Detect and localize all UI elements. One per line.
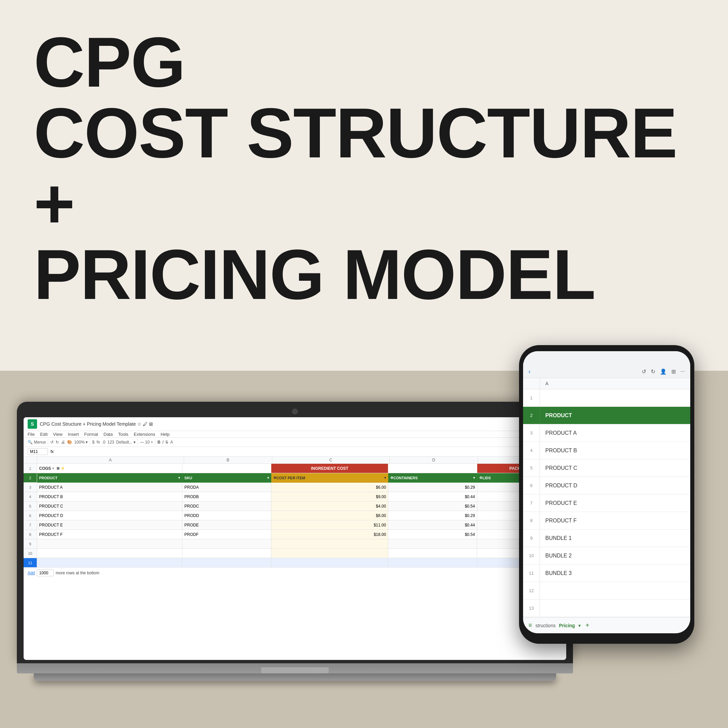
col-a-header: A: [37, 457, 184, 463]
menu-file[interactable]: File: [28, 432, 35, 437]
toolbar-search[interactable]: 🔍 Menus: [28, 440, 46, 445]
phone-cell-bundle-1[interactable]: BUNDLE 1: [540, 532, 690, 544]
phone-cell-product-f[interactable]: PRODUCT F: [540, 514, 690, 527]
menu-edit[interactable]: Edit: [40, 432, 47, 437]
phone-rownum-7: 7: [523, 494, 540, 512]
toolbar-paint[interactable]: 🎨: [67, 440, 72, 445]
menu-help[interactable]: Help: [161, 432, 170, 437]
menu-tools[interactable]: Tools: [118, 432, 128, 437]
product-b-name: PRODUCT B: [37, 492, 182, 502]
sku-header-label: SKU: [184, 476, 192, 480]
phone-tab-add[interactable]: +: [586, 621, 589, 629]
phone-cell-product-header[interactable]: PRODUCT: [540, 409, 690, 422]
toolbar-strikethrough[interactable]: S̶: [165, 440, 168, 445]
product-e-cost: $11.00: [271, 520, 388, 530]
phone-cell-13[interactable]: [540, 605, 690, 612]
product-c-sku: PRODC: [182, 502, 271, 511]
menu-format[interactable]: Format: [84, 432, 98, 437]
row11-c: [271, 558, 388, 567]
add-rows-link[interactable]: Add: [28, 570, 35, 575]
phone-cell-product-b[interactable]: PRODUCT B: [540, 444, 690, 457]
group-header-row: 1 COGS ▾ ⊞ ⚡ INGREDIENT COST: [24, 464, 566, 473]
product-sort[interactable]: ▾: [178, 476, 180, 480]
phone-rownum-5: 5: [523, 459, 540, 477]
rows-count-input[interactable]: [37, 570, 54, 577]
toolbar-bold[interactable]: B: [158, 440, 161, 445]
phone-device: ‹ ↺ ↻ 👤 ⊞ ··· A 1 2: [519, 345, 694, 644]
containers-sort[interactable]: ▾: [473, 476, 475, 480]
phone-tab-pricing[interactable]: Pricing: [559, 623, 575, 628]
toolbar-123[interactable]: 123: [107, 440, 114, 445]
product-f-name: PRODUCT F: [37, 530, 182, 539]
sku-sort[interactable]: ▾: [267, 476, 269, 480]
menu-view[interactable]: View: [53, 432, 62, 437]
hero-title: CPG COST STRUCTURE + PRICING MODEL: [34, 27, 728, 310]
toolbar-print[interactable]: 🖨: [61, 440, 65, 445]
row11-b: [182, 558, 271, 567]
row-9-num: 9: [24, 539, 37, 549]
row-7-num: 7: [24, 520, 37, 530]
phone-redo-icon[interactable]: ↻: [651, 369, 655, 375]
ingredient-cost-cell: INGREDIENT COST: [271, 464, 388, 473]
toolbar-comma[interactable]: .0: [102, 440, 106, 445]
phone-people-icon[interactable]: 👤: [660, 369, 667, 375]
row10-a: [37, 549, 182, 558]
phone-toolbar: ↺ ↻ 👤 ⊞ ···: [642, 369, 685, 375]
phone-more-icon[interactable]: ···: [681, 369, 685, 375]
list-item: 3 PRODUCT A: [523, 424, 690, 442]
menu-data[interactable]: Data: [104, 432, 113, 437]
phone-back-button[interactable]: ‹: [528, 368, 531, 375]
row-10-num: 10: [24, 549, 37, 558]
cost-per-item-header: ⚙ COST PER ITEM ▾: [271, 473, 388, 483]
phone-cell-product-a[interactable]: PRODUCT A: [540, 427, 690, 439]
phone-cell-bundle-2[interactable]: BUNDLE 2: [540, 549, 690, 562]
phone-cell-12[interactable]: [540, 587, 690, 594]
row10-b: [182, 549, 271, 558]
cogs-dropdown[interactable]: ▾: [52, 466, 54, 470]
spreadsheet-menubar: S CPG Cost Structure + Pricing Model Tem…: [24, 417, 566, 431]
spreadsheet-menu-row[interactable]: File Edit View Insert Format Data Tools …: [24, 431, 566, 438]
product-c-name: PRODUCT C: [37, 502, 182, 511]
product-d-containers: $0.29: [388, 511, 477, 520]
toolbar-fontsize[interactable]: — 10 +: [140, 440, 153, 445]
product-a-name: PRODUCT A: [37, 483, 182, 492]
phone-undo-icon[interactable]: ↺: [642, 369, 646, 375]
table-row: 4 PRODUCT B PRODB $9.00 $0.44 $0.62: [24, 492, 566, 502]
cost-sort[interactable]: ▾: [384, 476, 386, 480]
col-b-header: B: [184, 457, 272, 463]
toolbar-color[interactable]: A: [170, 440, 173, 445]
toolbar-redo[interactable]: ↻: [56, 440, 59, 445]
phone-tab-instructions[interactable]: structions: [535, 623, 556, 628]
row-5-num: 5: [24, 502, 37, 511]
phone-row-1: 1: [523, 389, 690, 407]
menu-insert[interactable]: Insert: [68, 432, 79, 437]
toolbar-italic[interactable]: I: [162, 440, 164, 445]
toolbar-percent[interactable]: %: [96, 440, 100, 445]
cell-reference[interactable]: M11: [28, 448, 48, 455]
phone-cell-product-d[interactable]: PRODUCT D: [540, 479, 690, 492]
phone-grid-icon[interactable]: ⊞: [671, 369, 676, 375]
menu-extensions[interactable]: Extensions: [134, 432, 155, 437]
toolbar-zoom[interactable]: 100% ▾: [74, 440, 88, 445]
phone-cell-product-c[interactable]: PRODUCT C: [540, 462, 690, 474]
toolbar-currency[interactable]: $: [92, 440, 94, 445]
row9-b: [182, 539, 271, 549]
phone-rownum-12: 12: [523, 582, 540, 599]
phone-col-a: A: [540, 378, 690, 389]
phone-cell-bundle-3[interactable]: BUNDLE 3: [540, 567, 690, 580]
toolbar-font[interactable]: Default... ▾: [116, 440, 136, 445]
phone-cell-product-e[interactable]: PRODUCT E: [540, 497, 690, 509]
laptop-device: S CPG Cost Structure + Pricing Model Tem…: [17, 402, 573, 681]
list-item: 7 PRODUCT E: [523, 494, 690, 512]
phone-menu-icon[interactable]: ≡: [528, 622, 532, 629]
row-11-num: 11: [24, 558, 37, 567]
phone-tab-dropdown[interactable]: ▾: [578, 623, 581, 628]
phone-cell-1[interactable]: [540, 395, 690, 401]
sku-header: SKU ▾: [182, 473, 271, 483]
formula-fx: fx: [50, 449, 54, 454]
row11-d: [388, 558, 477, 567]
list-item: 5 PRODUCT C: [523, 459, 690, 477]
toolbar-undo[interactable]: ↺: [50, 440, 54, 445]
add-rows-suffix: more rows at the bottom: [56, 570, 99, 575]
table-row: 6 PRODUCT D PRODD $8.00 $0.29 $0.44: [24, 511, 566, 520]
